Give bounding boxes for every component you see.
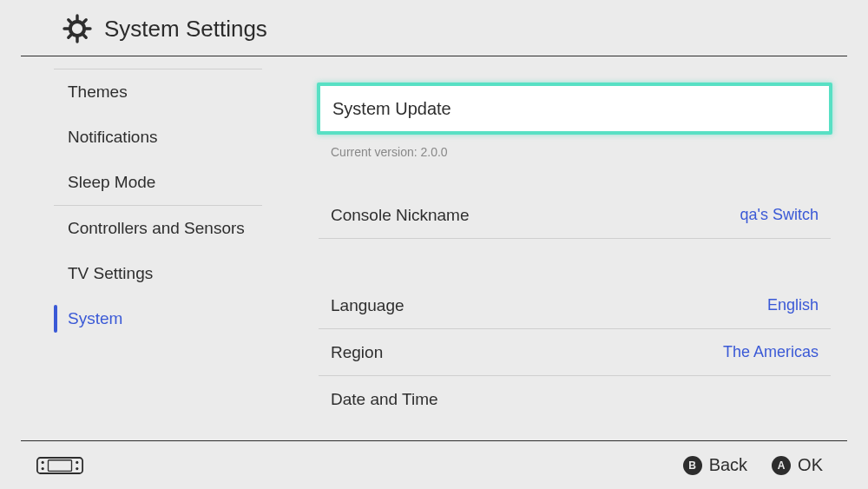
row-system-update[interactable]: System Update <box>317 83 832 135</box>
main: amiibo Themes Notifications Sleep Mode C… <box>0 56 868 432</box>
row-date-time[interactable]: Date and Time <box>319 376 831 423</box>
sidebar-item-themes[interactable]: Themes <box>0 69 279 115</box>
row-label: Console Nickname <box>331 206 469 225</box>
sidebar-item-label: Controllers and Sensors <box>68 219 245 237</box>
sidebar-item-system[interactable]: System <box>0 296 279 341</box>
sidebar-item-label: Notifications <box>68 128 158 146</box>
sidebar-item-amiibo[interactable]: amiibo <box>0 56 279 69</box>
svg-rect-10 <box>49 459 72 471</box>
row-value: The Americas <box>723 343 819 361</box>
svg-line-7 <box>83 20 86 23</box>
row-language[interactable]: Language English <box>319 282 831 329</box>
spacer <box>319 239 831 282</box>
sidebar-item-label: System <box>68 309 122 327</box>
spacer <box>319 159 831 192</box>
page-title: System Settings <box>104 16 267 43</box>
sidebar-item-notifications[interactable]: Notifications <box>0 115 279 160</box>
hint-ok[interactable]: A OK <box>772 455 823 475</box>
svg-point-14 <box>76 467 78 470</box>
sidebar-item-sleep-mode[interactable]: Sleep Mode <box>0 160 279 205</box>
row-label: Language <box>331 296 404 315</box>
row-value: English <box>767 296 819 314</box>
sidebar-item-label: Themes <box>68 83 128 101</box>
settings-panel: System Update Current version: 2.0.0 Con… <box>279 56 868 432</box>
svg-point-12 <box>42 467 44 470</box>
svg-line-8 <box>69 35 71 37</box>
console-icon <box>36 454 83 477</box>
version-text: Current version: 2.0.0 <box>319 138 831 159</box>
a-button-icon: A <box>772 456 791 475</box>
svg-line-6 <box>83 35 86 37</box>
footer: B Back A OK <box>21 440 847 489</box>
b-button-icon: B <box>683 456 702 475</box>
row-console-nickname[interactable]: Console Nickname qa's Switch <box>319 192 831 239</box>
svg-line-5 <box>69 20 71 23</box>
hint-label: Back <box>709 455 747 475</box>
datetime-text: Current date and time: 3/1/2017 10:27 p.… <box>319 423 831 432</box>
gear-icon <box>62 14 92 43</box>
row-region[interactable]: Region The Americas <box>319 329 831 376</box>
hint-label: OK <box>798 455 823 475</box>
header: System Settings <box>21 0 847 56</box>
row-value: qa's Switch <box>740 206 819 224</box>
row-label: Date and Time <box>331 390 438 409</box>
svg-point-11 <box>42 460 44 463</box>
sidebar-item-label: Sleep Mode <box>68 173 155 191</box>
row-label: System Update <box>332 99 451 119</box>
hint-back[interactable]: B Back <box>683 455 747 475</box>
sidebar-item-label: TV Settings <box>68 264 153 282</box>
sidebar: amiibo Themes Notifications Sleep Mode C… <box>0 56 279 432</box>
sidebar-item-tv-settings[interactable]: TV Settings <box>0 251 279 296</box>
row-label: Region <box>331 343 383 362</box>
sidebar-item-controllers-sensors[interactable]: Controllers and Sensors <box>0 206 279 251</box>
svg-point-13 <box>76 460 78 463</box>
